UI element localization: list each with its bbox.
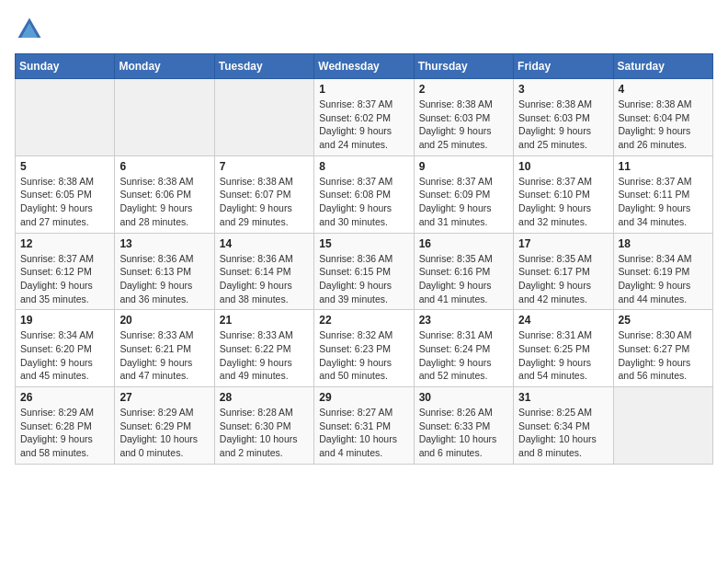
day-cell: 24Sunrise: 8:31 AMSunset: 6:25 PMDayligh…	[514, 310, 613, 387]
logo	[15, 15, 48, 44]
day-info: Sunrise: 8:36 AMSunset: 6:15 PMDaylight:…	[319, 252, 408, 306]
day-number: 5	[20, 160, 109, 173]
day-cell: 13Sunrise: 8:36 AMSunset: 6:13 PMDayligh…	[115, 233, 214, 310]
day-number: 23	[419, 314, 508, 327]
weekday-header-sunday: Sunday	[16, 54, 115, 79]
day-number: 1	[319, 83, 408, 96]
day-number: 3	[518, 83, 608, 96]
day-cell: 16Sunrise: 8:35 AMSunset: 6:16 PMDayligh…	[414, 233, 513, 310]
day-cell	[115, 79, 214, 156]
day-number: 30	[419, 391, 508, 404]
day-number: 18	[619, 237, 708, 250]
day-cell: 8Sunrise: 8:37 AMSunset: 6:08 PMDaylight…	[314, 155, 414, 233]
day-cell: 14Sunrise: 8:36 AMSunset: 6:14 PMDayligh…	[214, 233, 313, 310]
week-row-4: 19Sunrise: 8:34 AMSunset: 6:20 PMDayligh…	[16, 310, 713, 387]
day-info: Sunrise: 8:29 AMSunset: 6:29 PMDaylight:…	[119, 406, 209, 460]
day-cell: 12Sunrise: 8:37 AMSunset: 6:12 PMDayligh…	[16, 233, 115, 310]
day-number: 7	[220, 160, 309, 173]
week-row-2: 5Sunrise: 8:38 AMSunset: 6:05 PMDaylight…	[16, 155, 713, 233]
day-number: 31	[518, 391, 608, 404]
day-info: Sunrise: 8:32 AMSunset: 6:23 PMDaylight:…	[319, 328, 408, 383]
day-number: 9	[419, 160, 508, 173]
weekday-header-saturday: Saturday	[613, 54, 712, 79]
weekday-header-friday: Friday	[514, 54, 613, 79]
day-cell: 4Sunrise: 8:38 AMSunset: 6:04 PMDaylight…	[613, 79, 712, 156]
day-number: 12	[20, 237, 109, 250]
day-info: Sunrise: 8:38 AMSunset: 6:04 PMDaylight:…	[619, 98, 708, 152]
day-info: Sunrise: 8:37 AMSunset: 6:09 PMDaylight:…	[419, 175, 508, 229]
day-info: Sunrise: 8:33 AMSunset: 6:21 PMDaylight:…	[119, 328, 209, 383]
day-number: 10	[518, 160, 608, 173]
page-header	[15, 15, 713, 44]
day-cell: 19Sunrise: 8:34 AMSunset: 6:20 PMDayligh…	[16, 310, 115, 387]
day-cell: 3Sunrise: 8:38 AMSunset: 6:03 PMDaylight…	[514, 79, 613, 156]
calendar-table: SundayMondayTuesdayWednesdayThursdayFrid…	[15, 53, 713, 465]
day-cell: 20Sunrise: 8:33 AMSunset: 6:21 PMDayligh…	[115, 310, 214, 387]
weekday-header-wednesday: Wednesday	[314, 54, 414, 79]
day-cell: 6Sunrise: 8:38 AMSunset: 6:06 PMDaylight…	[115, 155, 214, 233]
day-number: 22	[319, 314, 408, 327]
weekday-header-monday: Monday	[115, 54, 214, 79]
day-cell: 29Sunrise: 8:27 AMSunset: 6:31 PMDayligh…	[314, 387, 414, 465]
day-info: Sunrise: 8:36 AMSunset: 6:14 PMDaylight:…	[220, 252, 309, 306]
day-cell	[214, 79, 313, 156]
day-number: 26	[20, 391, 109, 404]
day-cell: 30Sunrise: 8:26 AMSunset: 6:33 PMDayligh…	[414, 387, 513, 465]
day-number: 16	[419, 237, 508, 250]
day-info: Sunrise: 8:35 AMSunset: 6:16 PMDaylight:…	[419, 252, 508, 306]
day-cell: 18Sunrise: 8:34 AMSunset: 6:19 PMDayligh…	[613, 233, 712, 310]
day-number: 11	[619, 160, 708, 173]
day-info: Sunrise: 8:36 AMSunset: 6:13 PMDaylight:…	[119, 252, 209, 306]
day-info: Sunrise: 8:38 AMSunset: 6:05 PMDaylight:…	[20, 175, 109, 229]
logo-icon	[15, 15, 44, 44]
day-info: Sunrise: 8:37 AMSunset: 6:02 PMDaylight:…	[319, 98, 408, 152]
day-number: 8	[319, 160, 408, 173]
day-info: Sunrise: 8:33 AMSunset: 6:22 PMDaylight:…	[220, 328, 309, 383]
day-number: 24	[518, 314, 608, 327]
day-cell: 2Sunrise: 8:38 AMSunset: 6:03 PMDaylight…	[414, 79, 513, 156]
day-cell: 17Sunrise: 8:35 AMSunset: 6:17 PMDayligh…	[514, 233, 613, 310]
day-cell: 7Sunrise: 8:38 AMSunset: 6:07 PMDaylight…	[214, 155, 313, 233]
day-cell: 28Sunrise: 8:28 AMSunset: 6:30 PMDayligh…	[214, 387, 313, 465]
day-info: Sunrise: 8:35 AMSunset: 6:17 PMDaylight:…	[518, 252, 608, 306]
day-info: Sunrise: 8:38 AMSunset: 6:06 PMDaylight:…	[119, 175, 209, 229]
day-number: 6	[119, 160, 209, 173]
day-info: Sunrise: 8:34 AMSunset: 6:20 PMDaylight:…	[20, 328, 109, 383]
day-cell: 1Sunrise: 8:37 AMSunset: 6:02 PMDaylight…	[314, 79, 414, 156]
day-info: Sunrise: 8:31 AMSunset: 6:25 PMDaylight:…	[518, 328, 608, 383]
day-number: 17	[518, 237, 608, 250]
day-cell: 25Sunrise: 8:30 AMSunset: 6:27 PMDayligh…	[613, 310, 712, 387]
day-info: Sunrise: 8:38 AMSunset: 6:07 PMDaylight:…	[220, 175, 309, 229]
day-cell: 21Sunrise: 8:33 AMSunset: 6:22 PMDayligh…	[214, 310, 313, 387]
day-info: Sunrise: 8:28 AMSunset: 6:30 PMDaylight:…	[220, 406, 309, 460]
day-info: Sunrise: 8:34 AMSunset: 6:19 PMDaylight:…	[619, 252, 708, 306]
day-number: 2	[419, 83, 508, 96]
day-cell: 26Sunrise: 8:29 AMSunset: 6:28 PMDayligh…	[16, 387, 115, 465]
day-cell: 31Sunrise: 8:25 AMSunset: 6:34 PMDayligh…	[514, 387, 613, 465]
day-number: 27	[119, 391, 209, 404]
day-number: 14	[220, 237, 309, 250]
calendar-header: SundayMondayTuesdayWednesdayThursdayFrid…	[16, 54, 713, 79]
weekday-header-tuesday: Tuesday	[214, 54, 313, 79]
day-number: 19	[20, 314, 109, 327]
day-info: Sunrise: 8:37 AMSunset: 6:10 PMDaylight:…	[518, 175, 608, 229]
day-info: Sunrise: 8:37 AMSunset: 6:11 PMDaylight:…	[619, 175, 708, 229]
day-number: 13	[119, 237, 209, 250]
day-number: 28	[220, 391, 309, 404]
day-info: Sunrise: 8:25 AMSunset: 6:34 PMDaylight:…	[518, 406, 608, 460]
day-info: Sunrise: 8:38 AMSunset: 6:03 PMDaylight:…	[518, 98, 608, 152]
day-cell: 9Sunrise: 8:37 AMSunset: 6:09 PMDaylight…	[414, 155, 513, 233]
day-info: Sunrise: 8:37 AMSunset: 6:08 PMDaylight:…	[319, 175, 408, 229]
day-number: 15	[319, 237, 408, 250]
day-info: Sunrise: 8:31 AMSunset: 6:24 PMDaylight:…	[419, 328, 508, 383]
calendar-body: 1Sunrise: 8:37 AMSunset: 6:02 PMDaylight…	[16, 79, 713, 465]
day-info: Sunrise: 8:27 AMSunset: 6:31 PMDaylight:…	[319, 406, 408, 460]
day-cell: 15Sunrise: 8:36 AMSunset: 6:15 PMDayligh…	[314, 233, 414, 310]
week-row-3: 12Sunrise: 8:37 AMSunset: 6:12 PMDayligh…	[16, 233, 713, 310]
day-info: Sunrise: 8:30 AMSunset: 6:27 PMDaylight:…	[619, 328, 708, 383]
day-info: Sunrise: 8:38 AMSunset: 6:03 PMDaylight:…	[419, 98, 508, 152]
day-info: Sunrise: 8:29 AMSunset: 6:28 PMDaylight:…	[20, 406, 109, 460]
weekday-header-thursday: Thursday	[414, 54, 513, 79]
day-cell: 27Sunrise: 8:29 AMSunset: 6:29 PMDayligh…	[115, 387, 214, 465]
week-row-1: 1Sunrise: 8:37 AMSunset: 6:02 PMDaylight…	[16, 79, 713, 156]
